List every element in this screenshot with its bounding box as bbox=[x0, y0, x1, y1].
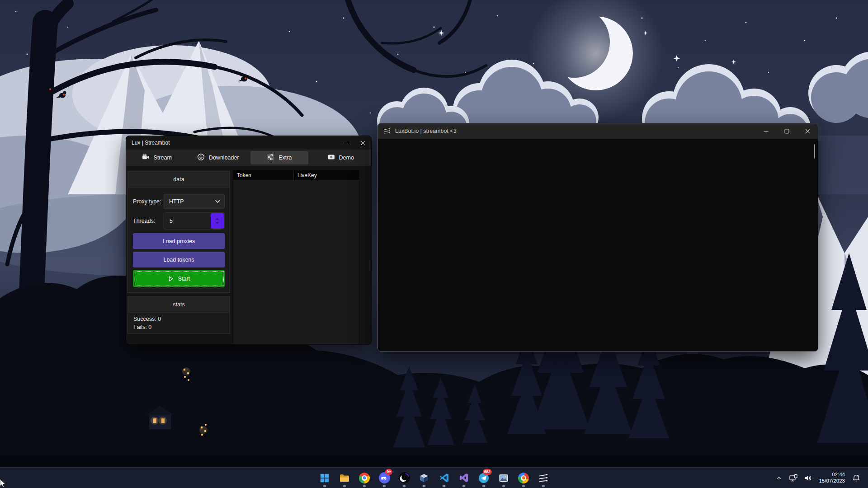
sliders-icon bbox=[267, 153, 274, 162]
chevron-down-icon bbox=[215, 222, 219, 224]
load-proxies-button[interactable]: Load proxies bbox=[133, 233, 225, 249]
console-titlebar: LuxBot.io | streambot <3 bbox=[378, 123, 818, 139]
svg-text:z: z bbox=[857, 474, 859, 477]
tray-time: 02:44 bbox=[819, 472, 845, 478]
taskbar-browser-colorful[interactable] bbox=[514, 468, 533, 488]
load-tokens-label: Load tokens bbox=[163, 257, 194, 263]
tab-extra[interactable]: Extra bbox=[250, 151, 308, 164]
data-group: data Proxy type: HTTP Threads: 5 bbox=[127, 171, 230, 293]
chevron-up-icon bbox=[215, 218, 219, 220]
scrollbar-thumb[interactable] bbox=[814, 144, 815, 159]
start-label: Start bbox=[178, 276, 190, 282]
visual-studio-icon bbox=[459, 473, 469, 483]
video-camera-icon bbox=[142, 153, 150, 162]
discord-badge: 9+ bbox=[385, 469, 392, 475]
taskbar-visual-studio[interactable] bbox=[454, 468, 474, 488]
virtualbox-cube-icon bbox=[419, 473, 429, 483]
taskbar-virtualbox[interactable] bbox=[414, 468, 434, 488]
token-table-body bbox=[233, 180, 359, 345]
tab-label: Downloader bbox=[209, 155, 239, 161]
tray-date: 15/07/2023 bbox=[819, 478, 845, 484]
chevron-up-icon bbox=[776, 475, 782, 481]
console-maximize-button[interactable] bbox=[776, 123, 797, 139]
token-table: Token LiveKey bbox=[233, 170, 359, 345]
lux-titlebar: Lux | Streambot bbox=[126, 136, 371, 150]
system-tray: 02:44 15/07/2023 z bbox=[772, 468, 868, 488]
lux-tab-bar: Stream Downloader Extra Demo bbox=[126, 150, 371, 166]
maximize-icon bbox=[784, 129, 789, 134]
tab-downloader[interactable]: Downloader bbox=[189, 151, 247, 164]
column-header-livekey[interactable]: LiveKey bbox=[294, 170, 359, 180]
sliders-nodes-icon bbox=[383, 127, 391, 135]
taskbar: 9+ bbox=[0, 467, 868, 488]
console-window: LuxBot.io | streambot <3 bbox=[377, 123, 818, 352]
desktop: Lux | Streambot Stream Downloader bbox=[0, 0, 868, 488]
console-minimize-button[interactable] bbox=[755, 123, 776, 139]
tray-overflow-button[interactable] bbox=[772, 469, 785, 487]
data-group-title: data bbox=[128, 171, 230, 188]
minimize-icon bbox=[343, 141, 348, 145]
mouse-cursor bbox=[0, 478, 6, 488]
tab-label: Stream bbox=[154, 155, 172, 161]
console-window-title: LuxBot.io | streambot <3 bbox=[395, 128, 457, 134]
proxy-type-select[interactable]: HTTP bbox=[164, 194, 225, 209]
taskbar-file-explorer[interactable] bbox=[335, 468, 354, 488]
threads-stepper[interactable] bbox=[211, 213, 224, 229]
load-proxies-label: Load proxies bbox=[163, 238, 195, 244]
tray-network-button[interactable] bbox=[787, 469, 800, 487]
tab-label: Extra bbox=[278, 155, 292, 161]
stats-success: Success: 0 bbox=[133, 315, 224, 323]
lux-minimize-button[interactable] bbox=[337, 136, 354, 150]
start-button[interactable]: Start bbox=[133, 270, 225, 287]
taskbar-chrome[interactable] bbox=[354, 468, 374, 488]
taskbar-telegram[interactable]: 652 bbox=[474, 468, 494, 488]
taskbar-photos[interactable] bbox=[494, 468, 514, 488]
photos-icon bbox=[498, 473, 509, 483]
play-box-icon bbox=[327, 153, 335, 162]
tray-clock[interactable]: 02:44 15/07/2023 bbox=[819, 472, 845, 484]
close-icon bbox=[805, 129, 810, 134]
stats-fails: Fails: 0 bbox=[133, 323, 224, 331]
ethernet-icon bbox=[789, 474, 798, 483]
minimize-icon bbox=[764, 129, 769, 134]
taskbar-start-button[interactable] bbox=[315, 468, 335, 488]
column-header-token[interactable]: Token bbox=[233, 170, 294, 180]
lux-close-button[interactable] bbox=[354, 136, 371, 150]
luxbot-sliders-icon bbox=[538, 473, 549, 483]
chrome-icon bbox=[359, 473, 370, 483]
load-tokens-button[interactable]: Load tokens bbox=[133, 252, 225, 267]
taskbar-lunar-moon-app[interactable] bbox=[394, 468, 414, 488]
threads-input[interactable]: 5 bbox=[164, 212, 225, 230]
tab-stream[interactable]: Stream bbox=[128, 151, 186, 164]
taskbar-discord[interactable]: 9+ bbox=[374, 468, 394, 488]
chevron-down-icon bbox=[215, 200, 220, 203]
browser-colorful-icon bbox=[518, 473, 529, 483]
folder-icon bbox=[339, 473, 350, 483]
moon-app-icon bbox=[399, 472, 410, 483]
taskbar-luxbot[interactable] bbox=[533, 468, 553, 488]
bell-sleep-icon: z bbox=[852, 474, 861, 483]
proxy-type-label: Proxy type: bbox=[133, 198, 161, 205]
console-output bbox=[378, 139, 818, 351]
lux-window-title: Lux | Streambot bbox=[126, 140, 337, 146]
close-icon bbox=[360, 141, 365, 145]
speaker-icon bbox=[803, 474, 812, 483]
tray-notifications-button[interactable]: z bbox=[849, 469, 863, 487]
lux-content: data Proxy type: HTTP Threads: 5 bbox=[126, 166, 371, 345]
telegram-badge: 652 bbox=[483, 469, 492, 475]
windows-logo-icon bbox=[320, 473, 330, 483]
tab-demo[interactable]: Demo bbox=[312, 151, 370, 164]
vscode-icon bbox=[439, 473, 449, 483]
play-icon bbox=[168, 276, 174, 282]
proxy-type-value: HTTP bbox=[169, 198, 184, 205]
tray-volume-button[interactable] bbox=[801, 469, 814, 487]
download-circle-icon bbox=[197, 153, 205, 162]
console-close-button[interactable] bbox=[797, 123, 818, 139]
stats-group: stats Success: 0 Fails: 0 bbox=[127, 296, 230, 334]
threads-label: Threads: bbox=[133, 218, 155, 224]
lux-window: Lux | Streambot Stream Downloader bbox=[126, 136, 372, 345]
tab-label: Demo bbox=[339, 155, 354, 161]
taskbar-vscode[interactable] bbox=[434, 468, 454, 488]
token-table-header: Token LiveKey bbox=[233, 170, 359, 180]
threads-value: 5 bbox=[170, 218, 173, 224]
